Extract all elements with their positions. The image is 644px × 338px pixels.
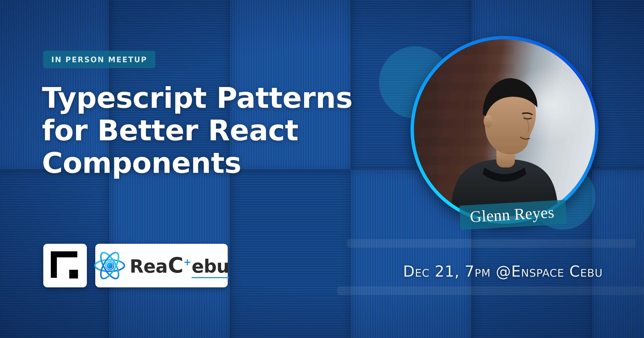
- decor-bar: [337, 286, 644, 295]
- svg-point-6: [484, 115, 492, 128]
- sponsor-logos: Rea C + ebu: [43, 244, 228, 287]
- portrait-photo: [414, 39, 595, 220]
- reactcebu-ebu: ebu: [192, 256, 229, 278]
- reactcebu-logo: Rea C + ebu: [95, 244, 228, 287]
- enspace-icon: [51, 251, 79, 280]
- react-icon: [94, 250, 126, 282]
- portrait-ring: [410, 36, 598, 224]
- enspace-logo: [43, 244, 87, 287]
- reactcebu-c: C: [168, 253, 183, 278]
- speaker-name: Glenn Reyes: [470, 203, 555, 226]
- event-type-label: IN PERSON MEETUP: [51, 55, 147, 64]
- person-silhouette: [444, 65, 565, 216]
- event-title: Typescript Patterns for Better React Com…: [42, 82, 394, 179]
- reactcebu-wordmark: Rea C + ebu: [130, 253, 229, 278]
- svg-point-3: [106, 262, 113, 269]
- reactcebu-rea: Rea: [130, 256, 168, 277]
- event-datetime-venue: Dec 21, 7pm @Enspace Cebu: [403, 262, 603, 280]
- reactcebu-plus: +: [184, 256, 191, 268]
- event-type-badge: IN PERSON MEETUP: [43, 51, 155, 68]
- speaker-portrait: Glenn Reyes: [410, 36, 598, 224]
- event-banner: IN PERSON MEETUP Typescript Patterns for…: [0, 0, 644, 338]
- decor-bar: [347, 239, 636, 248]
